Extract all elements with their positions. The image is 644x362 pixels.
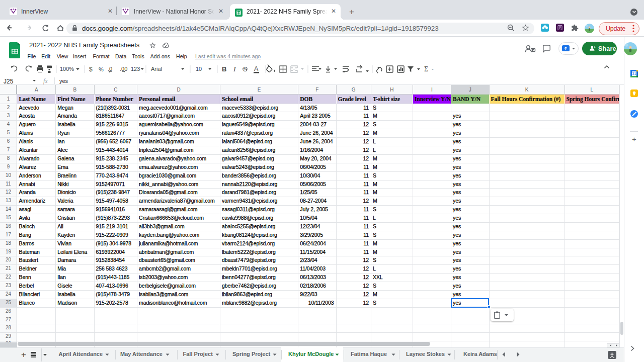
svg-text:B: B <box>222 65 226 73</box>
svg-text:Arial: Arial <box>151 66 162 72</box>
svg-text:Σ: Σ <box>424 65 428 73</box>
svg-text:%: % <box>99 66 104 72</box>
svg-text:.00: .00 <box>120 66 127 72</box>
svg-text:31: 31 <box>632 72 636 75</box>
svg-text:100%: 100% <box>60 66 74 72</box>
svg-text:-: - <box>432 66 434 72</box>
svg-text:.0: .0 <box>108 66 112 72</box>
svg-text:10: 10 <box>196 66 202 72</box>
svg-text:A: A <box>254 65 259 72</box>
svg-text:123: 123 <box>131 66 140 72</box>
svg-text:I: I <box>233 65 236 73</box>
svg-text:$: $ <box>89 66 93 73</box>
